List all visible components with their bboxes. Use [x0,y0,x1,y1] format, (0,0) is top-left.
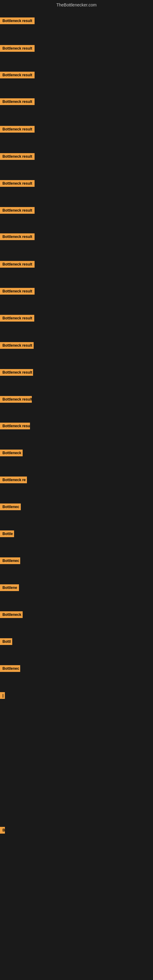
bottleneck-badge-22[interactable]: Bottlene [0,584,19,591]
bottleneck-badge-14[interactable]: Bottleneck result [0,369,33,376]
bottleneck-badge-20[interactable]: Bottle [0,530,14,537]
bottleneck-badge-1[interactable]: Bottleneck result [0,18,35,24]
bottleneck-badge-15[interactable]: Bottleneck result [0,396,32,403]
bottleneck-badge-8[interactable]: Bottleneck result [0,207,35,214]
bottleneck-badge-17[interactable]: Bottleneck [0,450,22,456]
bottleneck-item-6: Bottleneck result [0,153,35,161]
bottleneck-badge-18[interactable]: Bottleneck re [0,477,27,483]
bottleneck-item-15: Bottleneck result [0,396,32,404]
bottleneck-item-13: Bottleneck result [0,342,33,350]
bottleneck-badge-25[interactable]: Bottlenec [0,665,20,672]
bottleneck-item-26: | [0,692,5,700]
bottleneck-item-11: Bottleneck result [0,288,35,296]
bottleneck-badge-16[interactable]: Bottleneck resu [0,423,30,430]
bottleneck-item-14: Bottleneck result [0,369,33,377]
bottleneck-item-19: Bottlenec [0,503,21,511]
bottleneck-badge-21[interactable]: Bottlenec [0,557,20,564]
bottleneck-item-22: Bottlene [0,584,19,592]
bottleneck-item-1: Bottleneck result [0,18,35,25]
bottleneck-item-10: Bottleneck result [0,261,35,269]
bottleneck-badge-6[interactable]: Bottleneck result [0,153,35,160]
bottleneck-item-17: Bottleneck [0,450,22,458]
bottleneck-badge-13[interactable]: Bottleneck result [0,342,33,349]
bottleneck-item-3: Bottleneck result [0,72,35,80]
bottleneck-badge-26[interactable]: | [0,692,5,699]
bottleneck-item-7: Bottleneck result [0,180,35,188]
bottleneck-badge-9[interactable]: Bottleneck result [0,233,35,240]
bottleneck-item-23: Bottleneck [0,611,22,619]
bottleneck-item-16: Bottleneck resu [0,423,30,431]
bottleneck-item-18: Bottleneck re [0,477,27,485]
bottleneck-item-4: Bottleneck result [0,98,35,106]
bottleneck-badge-4[interactable]: Bottleneck result [0,98,35,105]
bottleneck-badge-5[interactable]: Bottleneck result [0,126,35,133]
bottleneck-badge-27[interactable]: B [0,827,5,834]
bottleneck-item-20: Bottle [0,530,14,538]
bottleneck-badge-19[interactable]: Bottlenec [0,503,21,510]
bottleneck-badge-12[interactable]: Bottleneck result [0,315,34,321]
bottleneck-item-27: B [0,827,5,835]
bottleneck-item-21: Bottlenec [0,557,20,565]
bottleneck-badge-23[interactable]: Bottleneck [0,611,22,618]
bottleneck-badge-11[interactable]: Bottleneck result [0,288,35,294]
bottleneck-item-24: Bottl [0,638,12,646]
bottleneck-item-2: Bottleneck result [0,45,35,53]
bottleneck-item-12: Bottleneck result [0,315,34,323]
bottleneck-item-5: Bottleneck result [0,126,35,134]
bottleneck-item-8: Bottleneck result [0,207,35,215]
bottleneck-badge-3[interactable]: Bottleneck result [0,72,35,78]
bottleneck-item-25: Bottlenec [0,665,20,673]
bottleneck-badge-7[interactable]: Bottleneck result [0,180,35,187]
site-title: TheBottlenecker.com [0,0,153,10]
bottleneck-badge-10[interactable]: Bottleneck result [0,261,35,268]
bottleneck-item-9: Bottleneck result [0,233,35,241]
bottleneck-badge-24[interactable]: Bottl [0,638,12,645]
bottleneck-badge-2[interactable]: Bottleneck result [0,45,35,52]
